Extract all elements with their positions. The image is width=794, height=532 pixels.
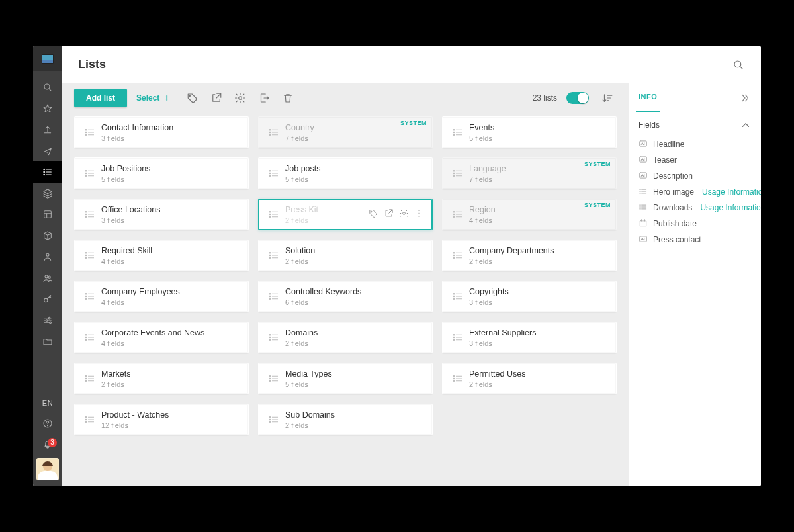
list-card[interactable]: Solution 2 fields: [258, 240, 433, 271]
field-type-icon: [639, 155, 648, 166]
sort-icon[interactable]: [598, 89, 617, 107]
list-card[interactable]: Corporate Events and News 4 fields: [74, 322, 249, 353]
list-card[interactable]: Required Skill 4 fields: [74, 240, 249, 271]
list-card[interactable]: Company Departments 2 fields: [442, 240, 617, 271]
language-selector[interactable]: EN: [33, 393, 62, 413]
field-row[interactable]: Description: [639, 168, 752, 184]
list-card[interactable]: Markets 2 fields: [74, 363, 249, 394]
list-card[interactable]: External Suppliers 3 fields: [442, 322, 617, 353]
svg-point-72: [453, 294, 455, 295]
list-title: Contact Information: [101, 123, 173, 133]
nav-user[interactable]: [33, 246, 62, 267]
list-icon: [447, 373, 469, 384]
field-row[interactable]: Press contact: [639, 232, 752, 247]
list-title: Media Types: [285, 369, 332, 379]
list-icon: [79, 373, 101, 384]
toolbar-trash-icon[interactable]: [279, 89, 297, 107]
list-card[interactable]: Company Employees 4 fields: [74, 281, 249, 312]
select-button[interactable]: Select: [136, 93, 170, 103]
nav-upload[interactable]: [33, 119, 62, 140]
list-icon: [447, 332, 469, 343]
view-toggle[interactable]: [566, 92, 589, 104]
list-subtitle: 5 fields: [285, 175, 321, 183]
usage-info-link[interactable]: Usage Information: [702, 187, 761, 197]
svg-point-11: [48, 276, 50, 278]
avatar[interactable]: [36, 458, 59, 480]
list-card[interactable]: Controlled Keywords 6 fields: [258, 281, 433, 312]
svg-point-9: [46, 253, 49, 256]
svg-point-37: [269, 171, 271, 172]
list-icon: [79, 208, 101, 220]
svg-point-98: [269, 421, 271, 423]
svg-point-38: [269, 173, 271, 174]
page-title: Lists: [78, 58, 106, 71]
card-tag-icon[interactable]: [369, 208, 378, 220]
toolbar-open-external-icon[interactable]: [207, 89, 226, 107]
list-card[interactable]: Job posts 5 fields: [258, 157, 433, 189]
field-row[interactable]: Teaser: [639, 152, 752, 168]
nav-lists[interactable]: [33, 161, 62, 183]
add-list-button[interactable]: Add list: [74, 89, 127, 107]
nav-favorites[interactable]: [33, 98, 62, 119]
list-title: Press Kit: [285, 205, 318, 215]
nav-layers[interactable]: [33, 183, 62, 204]
svg-point-29: [269, 132, 271, 133]
card-gear-icon[interactable]: [399, 208, 409, 220]
tab-info[interactable]: INFO: [636, 83, 660, 112]
list-card[interactable]: Job Positions 5 fields: [74, 157, 249, 189]
field-name: Press contact: [653, 235, 701, 244]
nav-settings[interactable]: [33, 310, 62, 331]
field-row[interactable]: Hero image Usage Information: [639, 184, 752, 200]
panel-collapse-icon[interactable]: [736, 89, 754, 107]
list-card[interactable]: Domains 2 fields: [258, 322, 433, 353]
list-icon: [447, 249, 469, 261]
nav-folder[interactable]: [33, 331, 62, 352]
nav-search[interactable]: [33, 77, 62, 98]
list-card[interactable]: Product - Watches 12 fields: [74, 404, 249, 435]
list-card[interactable]: Press Kit 2 fields: [258, 199, 433, 230]
nav-dashboard[interactable]: [33, 204, 62, 225]
system-badge: SYSTEM: [584, 161, 611, 167]
section-collapse-icon[interactable]: [740, 119, 752, 131]
svg-point-84: [85, 376, 87, 377]
list-card[interactable]: Language 7 fields SYSTEM: [442, 157, 617, 189]
field-row[interactable]: Headline: [639, 136, 752, 152]
list-card[interactable]: Contact Information 3 fields: [74, 116, 249, 148]
notifications-button[interactable]: 3: [33, 434, 62, 454]
svg-point-81: [453, 335, 455, 336]
nav-share[interactable]: [33, 140, 62, 161]
list-card[interactable]: Country 7 fields SYSTEM: [258, 116, 433, 148]
nav-keys[interactable]: [33, 288, 62, 310]
list-card[interactable]: Office Locations 3 fields: [74, 199, 249, 230]
help-icon[interactable]: [33, 413, 62, 434]
svg-point-50: [403, 212, 406, 215]
nav-users[interactable]: [33, 267, 62, 288]
list-card[interactable]: Events 5 fields: [442, 116, 617, 148]
list-subtitle: 4 fields: [101, 257, 152, 265]
card-open-icon[interactable]: [384, 208, 394, 220]
svg-point-3: [44, 169, 45, 170]
svg-point-21: [167, 97, 167, 98]
nav-package[interactable]: [33, 225, 62, 246]
toolbar-tag-icon[interactable]: [183, 89, 202, 107]
svg-point-46: [269, 212, 271, 213]
usage-info-link[interactable]: Usage Information: [700, 203, 761, 212]
list-card[interactable]: Region 4 fields SYSTEM: [442, 199, 617, 230]
topbar-search-icon[interactable]: [729, 56, 748, 74]
toolbar-gear-icon[interactable]: [231, 89, 249, 107]
svg-point-74: [453, 298, 455, 300]
list-card[interactable]: Sub Domains 2 fields: [258, 404, 433, 435]
list-icon: [263, 373, 285, 384]
list-title: Company Departments: [469, 246, 554, 256]
brand-logo[interactable]: [33, 46, 62, 71]
field-row[interactable]: Publish date: [639, 216, 752, 232]
svg-point-15: [50, 322, 52, 324]
list-card[interactable]: Media Types 5 fields: [258, 363, 433, 394]
list-title: Sub Domains: [285, 410, 335, 420]
list-card[interactable]: Permitted Uses 2 fields: [442, 363, 617, 394]
card-more-icon[interactable]: [414, 208, 424, 220]
field-row[interactable]: Downloads Usage Information: [639, 200, 752, 216]
list-card[interactable]: Copyrights 3 fields: [442, 281, 617, 312]
toolbar-export-icon[interactable]: [255, 89, 273, 107]
list-subtitle: 4 fields: [101, 298, 180, 306]
